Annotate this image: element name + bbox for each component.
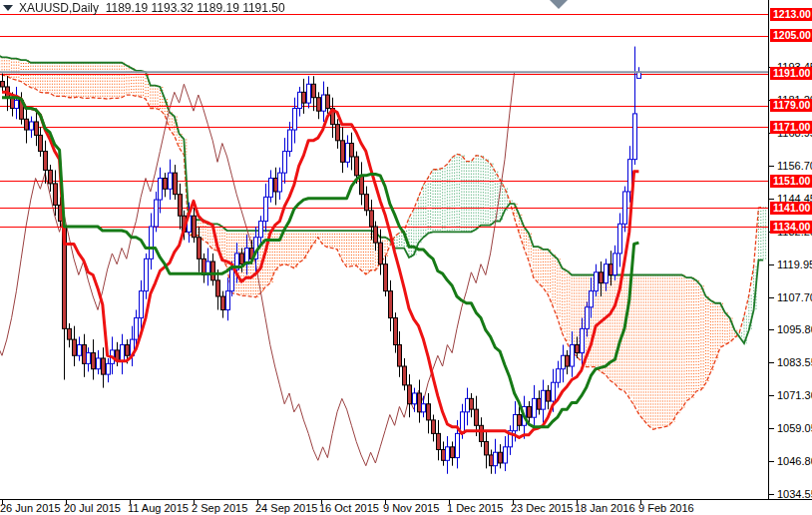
date-tick-label: 26 Jun 2015	[0, 502, 61, 514]
date-tick-label: 23 Dec 2015	[511, 502, 573, 514]
date-tick-label: 2 Sep 2015	[192, 502, 247, 514]
date-tick-label: 18 Jan 2016	[575, 502, 635, 514]
price-chart-canvas[interactable]	[0, 0, 768, 499]
price-tick	[769, 329, 774, 330]
price-tick-label: 1156.70	[777, 160, 812, 172]
date-tick-label: 16 Oct 2015	[319, 502, 379, 514]
symbol-menu-icon[interactable]	[3, 5, 13, 11]
chart-ohlc-quote: 1189.19 1193.32 1189.19 1191.50	[106, 1, 285, 15]
date-tick-label: 9 Feb 2016	[638, 502, 694, 514]
price-tick-label: 1083.55	[777, 356, 812, 368]
price-tick-label: 1046.80	[777, 455, 812, 467]
title-bar: XAUUSD,Daily 1189.19 1193.32 1189.19 119…	[3, 1, 285, 14]
chart-window: XAUUSD,Daily 1189.19 1193.32 1189.19 119…	[0, 0, 812, 515]
date-tick-label: 20 Jul 2015	[64, 502, 121, 514]
price-tick-label: 1059.05	[777, 422, 812, 434]
price-level-badge[interactable]: 1191.00	[770, 67, 812, 80]
price-level-badge[interactable]: 1205.00	[770, 29, 812, 42]
chart-title: XAUUSD,Daily	[19, 1, 99, 15]
price-level-badge[interactable]: 1213.00	[770, 8, 812, 21]
price-tick	[769, 395, 774, 396]
date-tick-label: 1 Dec 2015	[447, 502, 503, 514]
price-tick	[769, 461, 774, 462]
price-level-badge[interactable]: 1171.00	[770, 121, 812, 134]
price-tick	[769, 362, 774, 363]
price-tick	[769, 494, 774, 495]
time-axis[interactable]: 26 Jun 201520 Jul 201511 Aug 20152 Sep 2…	[0, 499, 812, 515]
price-level-badge[interactable]: 1179.00	[770, 99, 812, 112]
date-tick-label: 24 Sep 2015	[255, 502, 317, 514]
price-tick-label: 1095.80	[777, 323, 812, 335]
chart-shift-marker-icon[interactable]	[550, 0, 568, 9]
date-tick-label: 9 Nov 2015	[383, 502, 439, 514]
price-tick	[769, 264, 774, 265]
price-tick	[769, 428, 774, 429]
price-level-badge[interactable]: 1141.00	[770, 202, 812, 215]
price-tick-label: 1119.95	[777, 258, 812, 270]
date-tick-label: 11 Aug 2015	[128, 502, 189, 514]
title-spacer	[99, 1, 106, 15]
price-axis[interactable]: 1193.451181.201168.951156.701144.451132.…	[768, 0, 812, 499]
price-tick-label: 1071.30	[777, 389, 812, 401]
price-tick	[769, 166, 774, 167]
price-level-badge[interactable]: 1134.00	[770, 221, 812, 234]
price-level-badge[interactable]: 1151.00	[770, 175, 812, 188]
price-tick	[769, 199, 774, 200]
price-tick-label: 1107.70	[777, 291, 812, 303]
price-tick	[769, 297, 774, 298]
